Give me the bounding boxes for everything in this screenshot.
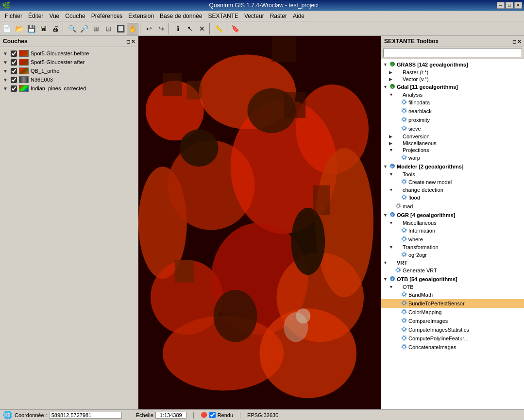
layer-arrow[interactable]: ▼ [3,68,9,74]
deselect-button[interactable]: ✕ [196,23,208,34]
tree-arrow[interactable]: ▼ [389,148,394,152]
map-area[interactable] [138,36,381,409]
save-as-button[interactable]: 🖫 [37,23,49,34]
tree-item[interactable]: ▶Vector (v.*) [381,76,524,83]
tree-item[interactable]: ▼Projections [381,147,524,153]
undo-button[interactable]: ↩ [143,23,155,34]
maximize-button[interactable]: □ [506,2,513,9]
tree-item[interactable]: mad [381,202,524,211]
tree-item[interactable]: warp [381,153,524,162]
tree-item[interactable]: ▶Raster (r.*) [381,69,524,76]
tree-item[interactable]: CompareImages [381,317,524,325]
tree-arrow[interactable]: ▼ [389,245,394,250]
layers-icon-2[interactable]: ✕ [131,39,135,44]
layers-icon-1[interactable]: ◻ [126,39,130,44]
save-button[interactable]: 💾 [25,23,37,34]
menu-couche[interactable]: Couche [62,12,88,20]
tree-item[interactable]: sieve [381,124,524,133]
layer-item[interactable]: ▼N36E003 [2,75,136,84]
layer-item[interactable]: ▼Indian_pines_corrected [2,84,136,93]
zoom-layer-button[interactable]: ⊡ [102,23,114,34]
menu-preferences[interactable]: Préférences [88,12,126,20]
tree-item[interactable]: ▼OOGR [4 geoalgorithms] [381,211,524,219]
layer-arrow[interactable]: ▼ [3,86,9,91]
tree-item[interactable]: where [381,235,524,244]
menu-sextante[interactable]: SEXTANTE [205,12,241,20]
print-button[interactable]: 🖨 [50,23,61,34]
menu-vecteur[interactable]: Vecteur [241,12,267,20]
tree-item[interactable]: Information [381,226,524,235]
tree-arrow[interactable]: ▶ [389,70,394,75]
tree-item[interactable]: BandMath [381,290,524,299]
tree-item[interactable]: ComputePolylineFeatur... [381,334,524,343]
tree-item[interactable]: Create new model [381,178,524,186]
tree-arrow[interactable]: ▼ [389,172,394,177]
close-button[interactable]: ✕ [514,2,522,9]
tree-arrow[interactable]: ▶ [389,141,394,146]
menu-editer[interactable]: Éditer [25,12,46,20]
measure-button[interactable]: 📏 [213,23,224,34]
tree-arrow[interactable]: ▼ [383,260,388,265]
tree-item[interactable]: ConcatenateImages [381,343,524,352]
tree-arrow[interactable]: ▼ [383,277,388,282]
identify-button[interactable]: ℹ [172,23,184,34]
zoom-in-button[interactable]: 🔍 [66,23,78,34]
tree-item[interactable]: ▼Tools [381,171,524,178]
redo-button[interactable]: ↪ [155,23,167,34]
layer-checkbox[interactable] [11,50,17,57]
tree-item[interactable]: ▶Conversion [381,133,524,140]
layer-checkbox[interactable] [11,85,17,92]
tree-item[interactable]: flood [381,193,524,202]
tree-item[interactable]: ▼GGdal [11 geoalgorithms] [381,83,524,91]
menu-raster[interactable]: Raster [267,12,290,20]
tree-item[interactable]: ▼OTB [381,284,524,290]
tree-item[interactable]: ▼GGRASS [142 geoalgorithms] [381,60,524,69]
tree-item[interactable]: ▼Miscellaneous [381,219,524,226]
sextante-search-input[interactable] [383,49,522,57]
tree-item[interactable]: ▼MModeler [2 geoalgorithms] [381,162,524,171]
tree-arrow[interactable]: ▼ [383,164,388,169]
select-button[interactable]: ↖ [184,23,196,34]
zoom-extent-button[interactable]: ⊞ [90,23,102,34]
tree-item[interactable]: fillnodata [381,98,524,107]
menu-extension[interactable]: Extension [125,12,157,20]
tree-item[interactable]: ogr2ogr [381,251,524,259]
tree-item[interactable]: Generate VRT [381,266,524,275]
menu-aide[interactable]: Aide [290,12,307,20]
layer-checkbox[interactable] [11,68,17,74]
tree-item[interactable]: ▼VRT [381,259,524,266]
layer-item[interactable]: ▼Spot5-Gloucester-before [2,49,136,58]
tree-item[interactable]: ▼change detection [381,186,524,193]
tree-arrow[interactable]: ▶ [389,77,394,82]
render-checkbox[interactable] [209,412,216,418]
minimize-button[interactable]: ─ [497,2,505,9]
tree-item[interactable]: proximity [381,116,524,124]
layer-checkbox[interactable] [11,59,17,66]
open-button[interactable]: 📂 [13,23,25,34]
menu-fichier[interactable]: Fichier [2,12,25,20]
layer-item[interactable]: ▼Spot5-Gloucester-after [2,58,136,67]
zoom-selection-button[interactable]: 🔲 [115,23,126,34]
tree-arrow[interactable]: ▼ [389,187,394,192]
tree-arrow[interactable]: ▼ [389,92,394,97]
sextante-minimize-icon[interactable]: ◻ [512,39,516,44]
tree-arrow[interactable]: ▼ [383,62,388,67]
sextante-close-icon[interactable]: ✕ [517,39,521,44]
tree-item[interactable]: ▶Miscellaneous [381,140,524,147]
tree-item[interactable]: ▼Analysis [381,91,524,98]
layer-checkbox[interactable] [11,77,17,83]
layer-item[interactable]: ▼QB_1_ortho [2,67,136,75]
epsg-value[interactable]: EPSG:32630 [247,412,278,418]
tree-item[interactable]: ComputeImagesStatistics [381,325,524,334]
layer-arrow[interactable]: ▼ [3,51,9,56]
tree-item[interactable]: BundleToPerfectSensor [381,299,524,308]
tree-arrow[interactable]: ▼ [389,285,394,289]
tree-arrow[interactable]: ▼ [383,84,388,89]
tree-arrow[interactable]: ▼ [383,213,388,218]
tree-item[interactable]: nearblack [381,107,524,116]
tree-item[interactable]: ▼OTOTB [54 geoalgorithms] [381,275,524,284]
layer-arrow[interactable]: ▼ [3,60,9,65]
menu-vue[interactable]: Vue [46,12,62,20]
layer-arrow[interactable]: ▼ [3,77,9,83]
zoom-out-button[interactable]: 🔎 [78,23,90,34]
